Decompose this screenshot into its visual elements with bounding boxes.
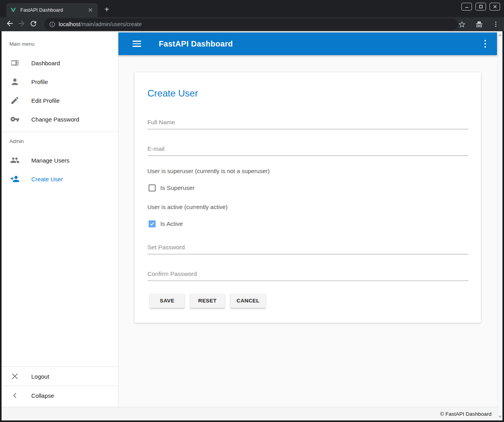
reload-icon[interactable] — [27, 20, 39, 29]
sidebar-item-label: Edit Profile — [31, 97, 60, 104]
sidebar-item-label: Change Password — [31, 116, 79, 123]
set-password-field[interactable]: Set Password — [147, 244, 468, 254]
browser-tab[interactable]: FastAPI Dashboard ✕ — [6, 3, 98, 17]
minimize-button[interactable] — [461, 3, 472, 11]
is-superuser-row: Is Superuser — [149, 184, 195, 191]
is-active-label: Is Active — [160, 220, 183, 227]
browser-toolbar: localhost/main/admin/users/create — [0, 17, 504, 31]
sidebar-item-label: Collapse — [31, 392, 54, 399]
sidebar-item-label: Profile — [31, 79, 48, 85]
dashboard-icon — [10, 58, 20, 68]
superuser-hint: User is superuser (currently is not a su… — [147, 168, 270, 174]
create-user-card: Create User Full Name E-mail User is sup… — [135, 72, 481, 323]
app-title: FastAPI Dashboard — [159, 39, 233, 48]
is-active-row: Is Active — [149, 220, 183, 227]
url-host: localhost — [59, 21, 80, 27]
page-content: Main menu Dashboard Profile Edit Profile — [2, 31, 502, 420]
close-window-button[interactable] — [490, 3, 500, 11]
maximize-button[interactable] — [475, 3, 486, 11]
sidebar-item-label: Dashboard — [31, 60, 60, 66]
sidebar-divider — [2, 132, 118, 132]
is-superuser-checkbox[interactable] — [149, 184, 156, 191]
address-bar[interactable]: localhost/main/admin/users/create — [44, 18, 458, 30]
set-password-placeholder: Set Password — [147, 244, 468, 254]
site-info-icon[interactable] — [49, 21, 56, 28]
url-path: /main/admin/users/create — [80, 21, 142, 27]
sidebar: Main menu Dashboard Profile Edit Profile — [2, 31, 118, 407]
browser-menu-kebab-icon[interactable] — [492, 21, 499, 28]
confirm-password-placeholder: Confirm Password — [147, 270, 468, 281]
page-scrollbar[interactable] — [497, 31, 502, 420]
vue-favicon-icon — [10, 7, 16, 13]
cancel-button[interactable]: CANCEL — [230, 293, 266, 308]
sidebar-item-label: Manage Users — [31, 157, 70, 164]
key-icon — [10, 114, 20, 124]
sidebar-item-dashboard[interactable]: Dashboard — [2, 54, 118, 72]
back-icon[interactable] — [4, 19, 16, 29]
tab-close-icon[interactable]: ✕ — [87, 7, 94, 14]
hamburger-menu-icon[interactable] — [133, 39, 141, 48]
sidebar-item-label: Create User — [31, 176, 63, 182]
sidebar-section-main-menu: Main menu — [9, 41, 34, 47]
incognito-icon — [475, 20, 484, 29]
scroll-down-arrow-icon[interactable] — [499, 416, 502, 418]
people-icon — [10, 156, 20, 165]
forward-icon[interactable] — [16, 19, 27, 29]
full-name-field[interactable]: Full Name — [147, 119, 468, 129]
copyright-text: © FastAPI Dashboard — [440, 411, 491, 417]
email-placeholder: E-mail — [147, 145, 468, 156]
is-superuser-label: Is Superuser — [160, 184, 195, 191]
sidebar-item-collapse[interactable]: Collapse — [2, 386, 118, 405]
bookmark-star-icon[interactable] — [458, 20, 466, 29]
sidebar-item-profile[interactable]: Profile — [2, 72, 118, 91]
sidebar-item-edit-profile[interactable]: Edit Profile — [2, 91, 118, 110]
form-title: Create User — [147, 88, 198, 99]
active-hint: User is active (currently active) — [147, 204, 228, 210]
browser-window: FastAPI Dashboard ✕ + localhost/main/adm… — [0, 0, 504, 422]
sidebar-item-change-password[interactable]: Change Password — [2, 110, 118, 129]
email-field[interactable]: E-mail — [147, 145, 468, 156]
person-add-icon — [10, 174, 20, 184]
full-name-placeholder: Full Name — [147, 119, 468, 129]
sidebar-item-create-user[interactable]: Create User — [2, 170, 118, 188]
person-icon — [10, 77, 20, 86]
pencil-icon — [10, 96, 20, 105]
reset-button[interactable]: RESET — [190, 293, 225, 308]
form-buttons: SAVE RESET CANCEL — [150, 293, 266, 308]
app-header: FastAPI Dashboard — [118, 32, 497, 55]
app-menu-kebab-icon[interactable] — [484, 40, 486, 48]
tab-title: FastAPI Dashboard — [20, 7, 87, 13]
save-button[interactable]: SAVE — [150, 293, 185, 308]
confirm-password-field[interactable]: Confirm Password — [147, 270, 468, 281]
chevron-left-icon — [10, 391, 20, 400]
sidebar-item-manage-users[interactable]: Manage Users — [2, 151, 118, 170]
sidebar-item-logout[interactable]: Logout — [2, 367, 118, 386]
new-tab-button[interactable]: + — [102, 5, 112, 15]
scroll-up-arrow-icon[interactable] — [499, 34, 502, 36]
tab-strip: FastAPI Dashboard ✕ + — [0, 0, 504, 17]
is-active-checkbox[interactable] — [149, 220, 156, 227]
close-icon — [10, 372, 20, 381]
page-footer: © FastAPI Dashboard — [2, 407, 497, 420]
sidebar-item-label: Logout — [31, 373, 49, 380]
sidebar-section-admin: Admin — [9, 138, 24, 144]
